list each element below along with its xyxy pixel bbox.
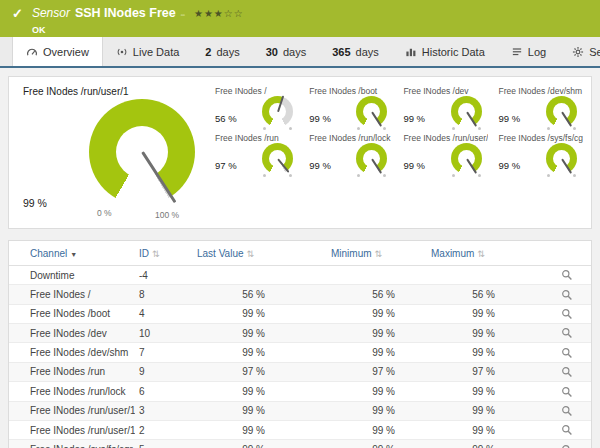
tab-label: 365 [332,46,350,58]
channel-row[interactable]: Free INodes /sys/fs/cgr... 5 99 % 99 % 9… [9,440,591,448]
channel-id-cell: 6 [135,382,189,401]
gauge-tick-dot [547,174,550,177]
channel-id-cell: 5 [135,440,189,448]
tab-overview[interactable]: Overview [12,37,103,66]
edit-channel-icon[interactable] [561,405,573,417]
tab-30-days[interactable]: 30 days [253,37,320,66]
tab-bar: Overview Live Data 2 days 30 days 365 da… [0,37,600,68]
sort-icon: ⇅ [152,249,160,259]
column-header-minimum[interactable]: Minimum⇅ [323,241,423,266]
gauge-tick-dot [289,174,292,177]
gauge-value: 97 % [215,160,237,171]
tab-365-days[interactable]: 365 days [319,37,392,66]
channel-row[interactable]: Free INodes /dev/shm 7 99 % 99 % 99 % [9,343,591,362]
minimum-cell [323,266,423,285]
tab-historic-data[interactable]: Historic Data [392,37,498,66]
channel-name-cell: Downtime [9,266,135,285]
live-data-icon [116,46,128,58]
column-header-actions [523,241,591,266]
last-value-cell: 97 % [189,362,323,381]
sort-icon: ⇅ [477,249,485,259]
gauge-max-label: 100 % [155,210,179,220]
gauge-value: 56 % [215,113,237,124]
minimum-cell: 99 % [323,382,423,401]
last-value-cell: 99 % [189,420,323,439]
channel-row[interactable]: Downtime -4 [9,266,591,285]
gauge-title: Free INodes /sys/fs/cg [498,133,583,143]
column-header-last-value[interactable]: Last Value⇅ [189,241,323,266]
tab-label: 30 [266,46,278,58]
last-value-cell: 56 % [189,285,323,304]
primary-gauge [89,99,195,205]
gauge-tile[interactable]: Free INodes /run 97 % [209,130,303,177]
gauge-tile[interactable]: Free INodes /run/lock 99 % [303,130,397,177]
gauge-tile[interactable]: Free INodes /sys/fs/cg 99 % [492,130,587,177]
log-icon [511,46,523,58]
gauge-tile[interactable]: Free INodes /boot 99 % [303,83,397,130]
channel-gauge [546,96,577,127]
channel-row[interactable]: Free INodes /run 9 97 % 97 % 97 % [9,362,591,381]
edit-channel-icon[interactable] [561,424,573,436]
channel-name-cell: Free INodes /dev/shm [9,343,135,362]
tab-label: Settings [589,46,600,58]
maximum-cell: 99 % [423,304,523,323]
channel-name-cell: Free INodes /dev [9,324,135,343]
edit-channel-icon[interactable] [561,308,573,320]
sensor-status-badge: OK [32,25,244,35]
channel-row[interactable]: Free INodes /run/user/1 2 99 % 99 % 99 % [9,420,591,439]
channel-gauge [451,143,482,174]
channel-gauge [356,96,387,127]
edit-channel-icon[interactable] [561,386,573,398]
edit-channel-icon[interactable] [561,347,573,359]
channel-gauge [262,96,293,127]
gauge-tile[interactable]: Free INodes /run/user/ 99 % [397,130,492,177]
edit-channel-icon[interactable] [561,269,573,281]
channel-name-cell: Free INodes /run [9,362,135,381]
historic-data-icon [405,46,417,58]
status-ok-icon: ✓ [12,7,23,20]
channel-row[interactable]: Free INodes /run/user/1 3 99 % 99 % 99 % [9,401,591,420]
tab-log[interactable]: Log [498,37,559,66]
tab-label: days [283,46,306,58]
primary-gauge-value: 99 % [23,197,47,209]
sensor-header: ✓ Sensor SSH INodes Free ▫▫ ★★★☆☆ OK [0,0,600,37]
tab-label: Log [528,46,546,58]
gauge-value: 99 % [403,113,425,124]
gauge-tile[interactable]: Free INodes / 56 % [209,83,303,130]
column-header-channel[interactable]: Channel▼ [9,241,135,266]
gauges-panel: Free INodes /run/user/1 99 % 0 % 100 % F… [8,76,592,229]
edit-channel-icon[interactable] [561,289,573,301]
sort-icon: ⇅ [247,249,255,259]
maximum-cell: 99 % [423,343,523,362]
sensor-title-block: Sensor SSH INodes Free ▫▫ ★★★☆☆ OK [32,7,244,35]
channel-row[interactable]: Free INodes / 8 56 % 56 % 56 % [9,285,591,304]
column-header-id[interactable]: ID⇅ [135,241,189,266]
tab-settings[interactable]: Settings [559,37,600,66]
gauge-tick-dot [383,174,386,177]
minimum-cell: 99 % [323,440,423,448]
channel-row[interactable]: Free INodes /boot 4 99 % 99 % 99 % [9,304,591,323]
channels-table: Channel▼ ID⇅ Last Value⇅ Minimum⇅ Maximu… [9,241,591,448]
last-value-cell: 99 % [189,440,323,448]
channel-row[interactable]: Free INodes /dev 10 99 % 99 % 99 % [9,324,591,343]
edit-channel-icon[interactable] [561,327,573,339]
tab-label: 2 [205,46,211,58]
gauge-tick-dot [452,174,455,177]
minimum-cell: 99 % [323,304,423,323]
channel-row[interactable]: Free INodes /run/lock 6 99 % 99 % 99 % [9,382,591,401]
channel-id-cell: 2 [135,420,189,439]
tab-2-days[interactable]: 2 days [192,37,252,66]
gauge-value: 99 % [403,160,425,171]
priority-stars[interactable]: ★★★☆☆ [194,7,244,20]
column-header-maximum[interactable]: Maximum⇅ [423,241,523,266]
edit-channel-icon[interactable] [561,366,573,378]
channel-gauge [451,96,482,127]
sensor-title: SSH INodes Free [75,7,176,20]
gauge-tile[interactable]: Free INodes /dev/shm 99 % [492,83,587,130]
channel-id-cell: 9 [135,362,189,381]
last-value-cell [189,266,323,285]
gauge-tile[interactable]: Free INodes /dev 99 % [397,83,492,130]
tab-live-data[interactable]: Live Data [103,37,192,66]
channel-name-cell: Free INodes /run/lock [9,382,135,401]
edit-channel-icon[interactable] [561,444,573,448]
